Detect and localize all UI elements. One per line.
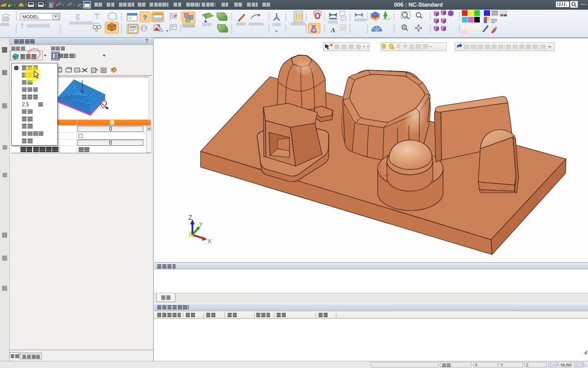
svg-text:MODEL: MODEL	[22, 14, 39, 19]
svg-text:Y: Y	[199, 222, 203, 227]
svg-text:Z: Z	[188, 214, 192, 221]
svg-text:X: X	[208, 239, 211, 244]
svg-text:A: A	[330, 26, 335, 34]
svg-text:Model: Model	[379, 173, 389, 177]
svg-text:?: ?	[143, 14, 147, 21]
